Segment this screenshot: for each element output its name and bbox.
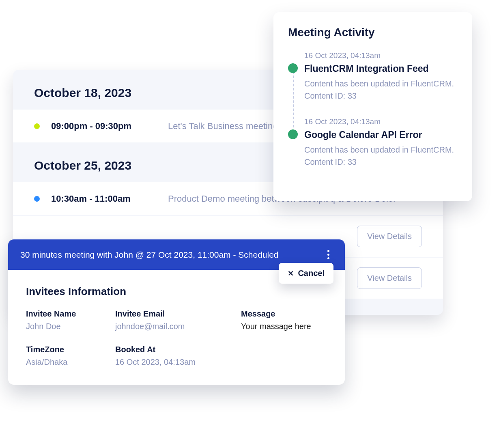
field-value: Asia/Dhaka: [26, 358, 107, 367]
field-invitee-name: Invitee Name John Doe: [26, 309, 107, 331]
meeting-details-body: Invitees Information Invitee Name John D…: [8, 270, 345, 385]
meeting-details-title: 30 minutes meeting with John @ 27 Oct 20…: [20, 250, 324, 260]
field-value: John Doe: [26, 322, 107, 331]
field-message: Message Your massage here: [241, 309, 342, 331]
activity-item-desc: Content has been updated in FluentCRM. C…: [304, 78, 459, 102]
view-details-button[interactable]: View Details: [357, 267, 422, 289]
event-time: 09:00pm - 09:30pm: [51, 121, 157, 131]
activity-timestamp: 16 Oct 2023, 04:13am: [304, 117, 459, 126]
meeting-details-header: 30 minutes meeting with John @ 27 Oct 20…: [8, 239, 345, 270]
event-time: 10:30am - 11:00am: [51, 194, 157, 204]
status-dot-icon: [34, 196, 40, 202]
field-label: Booked At: [115, 345, 233, 354]
close-icon: ✕: [288, 269, 294, 278]
timeline-dot-icon: [288, 129, 298, 139]
timeline-dot-icon: [288, 63, 298, 73]
cancel-menu-item[interactable]: ✕ Cancel: [279, 263, 333, 284]
activity-item[interactable]: 16 Oct 2023, 04:13am FluentCRM Integrati…: [304, 51, 459, 102]
view-details-button[interactable]: View Details: [357, 226, 422, 247]
cancel-label: Cancel: [298, 269, 325, 278]
kebab-menu-icon[interactable]: [324, 248, 333, 261]
timeline-line: [293, 67, 294, 127]
field-value: johndoe@mail.com: [115, 322, 233, 331]
activity-item-title: FluentCRM Integration Feed: [304, 63, 459, 74]
field-value: Your massage here: [241, 322, 342, 331]
field-invitee-email: Invitee Email johndoe@mail.com: [115, 309, 233, 331]
field-booked-at: Booked At 16 Oct 2023, 04:13am: [115, 345, 233, 367]
field-timezone: TimeZone Asia/Dhaka: [26, 345, 107, 367]
field-label: Invitee Email: [115, 309, 233, 319]
field-label: TimeZone: [26, 345, 107, 354]
activity-item[interactable]: 16 Oct 2023, 04:13am Google Calendar API…: [304, 117, 459, 168]
status-dot-icon: [34, 123, 40, 129]
invitees-info-grid: Invitee Name John Doe Invitee Email john…: [26, 309, 327, 367]
activity-card: Meeting Activity 16 Oct 2023, 04:13am Fl…: [273, 12, 472, 201]
field-label: Message: [241, 309, 342, 319]
invitees-section-title: Invitees Information: [26, 285, 327, 298]
activity-timestamp: 16 Oct 2023, 04:13am: [304, 51, 459, 60]
activity-title: Meeting Activity: [288, 26, 459, 39]
meeting-details-card: 30 minutes meeting with John @ 27 Oct 20…: [8, 239, 345, 385]
field-value: 16 Oct 2023, 04:13am: [115, 358, 233, 367]
field-label: Invitee Name: [26, 309, 107, 319]
activity-list: 16 Oct 2023, 04:13am FluentCRM Integrati…: [288, 51, 459, 168]
activity-item-desc: Content has been updated in FluentCRM. C…: [304, 144, 459, 168]
activity-item-title: Google Calendar API Error: [304, 129, 459, 140]
